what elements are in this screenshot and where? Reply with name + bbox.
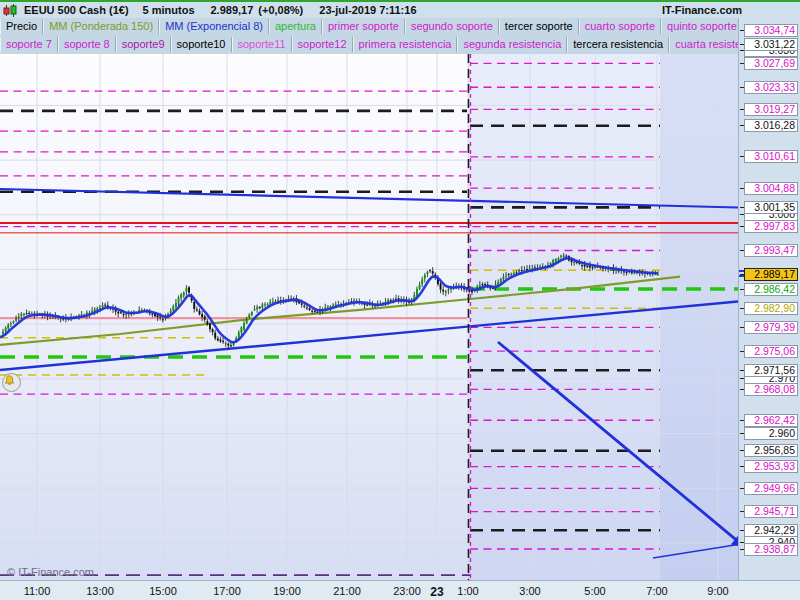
indicator-chip[interactable]: tercera resistencia	[567, 37, 669, 52]
indicator-chip[interactable]: MM (Ponderada 150)	[43, 19, 159, 34]
price-axis-label: 2.979,39	[744, 321, 798, 334]
time-axis-label: 19:00	[273, 585, 301, 597]
indicator-chip[interactable]: Precio	[0, 19, 43, 34]
watermark: © IT-Finance.com	[7, 566, 94, 578]
brand-label: IT-Finance.com	[662, 4, 742, 16]
indicator-chip[interactable]: soporte9	[116, 37, 171, 52]
indicator-chip[interactable]: quinto soporte	[661, 19, 738, 34]
price-axis-label: 2.997,83	[744, 220, 798, 233]
time-axis-label: 23:00	[393, 585, 421, 597]
indicator-legend-row-1: PrecioMM (Ponderada 150)MM (Exponencial …	[0, 18, 738, 35]
current-price-label: 2.989,17	[744, 268, 798, 281]
price-axis-label: 3.034,74	[744, 24, 798, 37]
price-axis-label: 3.001,35	[744, 201, 798, 214]
time-axis-label: 17:00	[213, 585, 241, 597]
alert-bell-icon[interactable]	[2, 373, 21, 392]
indicator-chip[interactable]: MM (Exponencial 8)	[159, 19, 269, 34]
day-separator-label: 23	[430, 585, 443, 599]
price-axis-label: 3.023,33	[744, 81, 798, 94]
window-title-bar: EEUU 500 Cash (1€) 5 minutos 2.989,17 (+…	[0, 2, 800, 18]
price-axis-label: 2.993,47	[744, 244, 798, 257]
time-axis-label: 5:00	[584, 585, 605, 597]
timeframe-label: 5 minutos	[143, 4, 195, 16]
indicator-legend-row-2: soporte 7soporte 8soporte9soporte10sopor…	[0, 35, 738, 54]
chart-window: EEUU 500 Cash (1€) 5 minutos 2.989,17 (+…	[0, 0, 800, 600]
price-axis-label: 3.010,61	[744, 150, 798, 163]
time-axis-label: 21:00	[333, 585, 361, 597]
indicator-chip[interactable]: soporte11	[232, 37, 292, 52]
indicator-chip[interactable]: apertura	[269, 19, 322, 34]
price-axis-label: 3.019,27	[744, 103, 798, 116]
chart-canvas[interactable]	[0, 54, 738, 580]
ema-axis-marker	[739, 275, 744, 277]
time-axis[interactable]: 11:0013:0015:0017:0019:0021:0023:00231:0…	[0, 580, 800, 600]
indicator-chip[interactable]: primera resistencia	[353, 37, 458, 52]
time-axis-label: 7:00	[646, 585, 667, 597]
indicator-chip[interactable]: soporte 7	[0, 37, 58, 52]
price-axis-label: 2.938,87	[744, 543, 798, 556]
price-axis-label: 2.982,90	[744, 302, 798, 315]
price-axis-label: 2.962,42	[744, 414, 798, 427]
indicator-chip[interactable]: cuarto soporte	[579, 19, 661, 34]
time-axis-label: 15:00	[149, 585, 177, 597]
price-change: (+0,08%)	[258, 4, 303, 16]
indicator-chip[interactable]: primer soporte	[322, 19, 405, 34]
price-axis-label: 2.968,08	[744, 383, 798, 396]
price-axis-label: 2.975,06	[744, 345, 798, 358]
price-axis-label: 2.986,42	[744, 283, 798, 296]
last-price: 2.989,17	[211, 4, 254, 16]
ema-axis-marker	[739, 270, 744, 272]
price-axis-label: 2.960	[744, 427, 798, 440]
price-axis-label: 3.027,69	[744, 57, 798, 70]
candlestick-icon	[3, 4, 19, 17]
indicator-chip[interactable]: soporte10	[171, 37, 232, 52]
price-axis-label: 3.004,88	[744, 182, 798, 195]
price-chart[interactable]: © IT-Finance.com	[0, 54, 738, 580]
price-axis-label: 3.016,28	[744, 119, 798, 132]
time-axis-label: 1:00	[457, 585, 478, 597]
price-axis-label: 2.956,85	[744, 444, 798, 457]
indicator-chip[interactable]: segundo soporte	[405, 19, 499, 34]
time-axis-label: 13:00	[86, 585, 114, 597]
price-axis[interactable]: 3.0303.0002.9702.9403.034,743.031,223.02…	[738, 18, 800, 580]
indicator-chip[interactable]: segunda resistencia	[457, 37, 567, 52]
instrument-title: EEUU 500 Cash (1€)	[24, 4, 129, 16]
time-axis-label: 3:00	[519, 585, 540, 597]
price-axis-label: 3.031,22	[744, 38, 798, 51]
indicator-chip[interactable]: cuarta resistencia	[669, 37, 738, 52]
time-axis-label: 11:00	[24, 585, 51, 597]
price-axis-label: 2.971,56	[744, 364, 798, 377]
indicator-chip[interactable]: soporte12	[292, 37, 353, 52]
price-axis-label: 2.945,71	[744, 505, 798, 518]
time-axis-label: 9:00	[707, 585, 728, 597]
quote-datetime: 23-jul-2019 7:11:16	[319, 4, 416, 16]
price-axis-label: 2.949,96	[744, 482, 798, 495]
indicator-chip[interactable]: tercer soporte	[499, 19, 579, 34]
price-axis-label: 2.953,93	[744, 460, 798, 473]
price-axis-label: 2.942,29	[744, 524, 798, 537]
indicator-chip[interactable]: soporte 8	[58, 37, 116, 52]
